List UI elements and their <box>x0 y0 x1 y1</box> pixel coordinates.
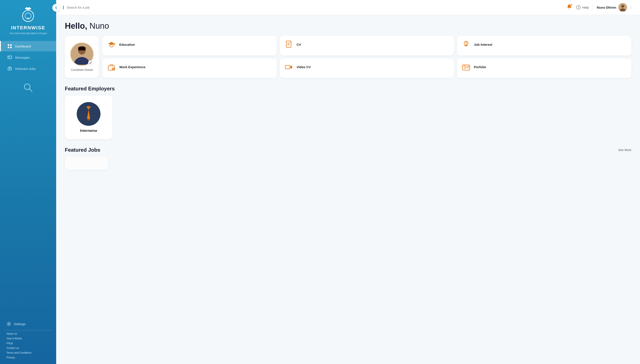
svg-rect-15 <box>9 58 10 58</box>
topbar: ? Help Nuno Dhiren ⋮ <box>56 0 640 15</box>
footer-link-privacy[interactable]: Privacy <box>7 355 52 360</box>
quick-card-cv[interactable]: CV <box>280 36 454 56</box>
avatar-image <box>618 3 627 12</box>
employer-logo <box>77 102 100 126</box>
footer-link-contact[interactable]: Contact us <box>7 346 52 350</box>
svg-rect-13 <box>8 56 12 59</box>
footer-link-terms[interactable]: Terms and Conditions <box>7 350 52 355</box>
svg-line-20 <box>29 89 32 92</box>
help-icon: ? <box>576 5 581 10</box>
sidebar-bottom: Settings About Us How It Works FAQs Cont… <box>0 319 56 364</box>
candidate-details-card[interactable]: Candidate Details <box>65 36 99 78</box>
profile-image-wrapper <box>70 42 94 66</box>
logo-area: INTERNWISE Your Internship Specialist in… <box>9 6 47 34</box>
sidebar: INTERNWISE Your Internship Specialist in… <box>0 0 56 364</box>
footer-links: About Us How It Works FAQs Contact us Te… <box>0 332 56 362</box>
logo-icon <box>20 6 37 24</box>
messages-icon <box>7 55 12 60</box>
greeting-bold: Hello, <box>65 21 87 30</box>
user-name: Nuno Dhiren <box>597 6 616 9</box>
help-button[interactable]: ? Help <box>576 5 589 10</box>
svg-rect-29 <box>78 48 86 50</box>
footer-link-howitworks[interactable]: How It Works <box>7 336 52 341</box>
topbar-right: ? Help Nuno Dhiren ⋮ <box>566 3 633 12</box>
settings-icon <box>7 322 11 326</box>
footer-link-faqs[interactable]: FAQs <box>7 341 52 346</box>
search-input[interactable] <box>67 6 562 9</box>
job-interest-label: Job Interest <box>474 43 492 46</box>
featured-jobs-header: Featured Jobs See More <box>65 147 631 153</box>
greeting-name: Nuno <box>87 21 109 30</box>
settings-item[interactable]: Settings <box>0 319 56 329</box>
featured-employers-title: Featured Employers <box>65 86 115 92</box>
employer-name: Internwise <box>80 129 97 133</box>
video-cv-icon <box>284 62 294 72</box>
svg-point-25 <box>621 5 624 8</box>
quick-card-video-cv[interactable]: Video CV <box>280 58 454 78</box>
svg-rect-5 <box>27 9 30 10</box>
quick-card-work-experience[interactable]: Work Experience <box>102 58 277 78</box>
back-button[interactable] <box>52 4 60 12</box>
main-content: ? Help Nuno Dhiren ⋮ <box>56 0 640 364</box>
quick-card-education[interactable]: Education <box>102 36 277 56</box>
logo-text: INTERNWISE <box>11 25 45 31</box>
quick-card-portfolio[interactable]: Porfolio <box>457 58 631 78</box>
search-sidebar-icon <box>23 82 33 93</box>
education-icon <box>107 40 116 49</box>
svg-point-21 <box>8 323 10 325</box>
relevant-jobs-icon <box>7 66 12 71</box>
notification-dot <box>570 4 573 6</box>
featured-employers-header: Featured Employers <box>65 86 631 92</box>
video-cv-label: Video CV <box>297 65 311 69</box>
sidebar-item-relevant-jobs[interactable]: Relevant Jobs <box>0 64 56 74</box>
svg-rect-14 <box>9 56 10 57</box>
greeting: Hello, Nuno <box>65 21 631 31</box>
tie-icon <box>81 105 96 122</box>
sidebar-item-messages[interactable]: Messages <box>0 52 56 62</box>
edit-profile-badge[interactable] <box>88 60 93 65</box>
sidebar-divider <box>4 330 52 330</box>
quick-cards-grid: Education CV <box>102 36 631 78</box>
search-area[interactable] <box>0 82 56 93</box>
job-card-placeholder[interactable] <box>65 157 108 170</box>
search-bar[interactable] <box>63 6 562 9</box>
education-label: Education <box>119 43 135 46</box>
user-area[interactable]: Nuno Dhiren ⋮ <box>597 3 633 12</box>
svg-text:?: ? <box>578 6 579 9</box>
jobs-row <box>65 157 631 170</box>
portfolio-icon <box>461 62 471 72</box>
svg-rect-9 <box>8 44 9 46</box>
footer-link-about[interactable]: About Us <box>7 332 52 336</box>
svg-point-0 <box>23 10 34 22</box>
cv-icon <box>284 40 294 49</box>
page-content: Hello, Nuno <box>56 15 640 176</box>
sidebar-item-dashboard[interactable]: Dashboard <box>0 41 56 51</box>
user-menu-dots[interactable]: ⋮ <box>629 5 633 10</box>
topbar-divider <box>593 4 593 10</box>
svg-rect-11 <box>8 46 9 48</box>
notification-button[interactable] <box>566 4 572 10</box>
help-label: Help <box>582 6 589 9</box>
portfolio-label: Porfolio <box>474 65 486 69</box>
edit-icon <box>89 62 92 64</box>
dashboard-icon <box>7 44 12 48</box>
cv-label: CV <box>297 43 301 46</box>
user-avatar <box>618 3 627 12</box>
logo-subtext: Your Internship Specialist in Europe <box>9 32 47 34</box>
candidate-label: Candidate Details <box>71 68 93 72</box>
employers-row: Internwise <box>65 96 631 139</box>
work-experience-icon <box>107 62 116 72</box>
work-experience-label: Work Experience <box>119 65 145 69</box>
svg-rect-10 <box>10 44 12 46</box>
svg-rect-12 <box>10 46 12 48</box>
quick-card-job-interest[interactable]: Job Interest <box>457 36 631 56</box>
profile-quick-section: Candidate Details Education <box>65 36 631 78</box>
nav-menu: Dashboard Messages Relevant Jobs <box>0 41 56 74</box>
job-interest-icon <box>461 40 471 49</box>
employer-card-internwise[interactable]: Internwise <box>65 96 112 139</box>
featured-jobs-title: Featured Jobs <box>65 147 100 153</box>
see-more-button[interactable]: See More <box>618 148 631 152</box>
